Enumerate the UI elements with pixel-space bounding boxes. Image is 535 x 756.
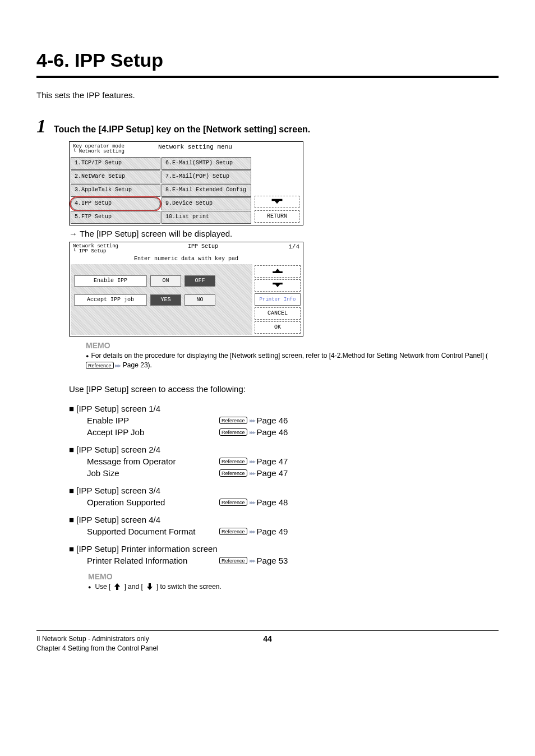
menu-item[interactable]: 2.NetWare Setup <box>71 170 160 183</box>
svg-marker-4 <box>147 583 153 590</box>
panel2-subtitle: Enter numeric data with key pad <box>70 256 303 263</box>
ref-arrow-icon: ▸▸▸ <box>250 417 255 423</box>
group-heading: [IPP Setup] screen 4/4 <box>69 515 499 524</box>
panel2-page-indicator: 1/4 <box>277 244 299 255</box>
enable-ipp-off[interactable]: OFF <box>185 275 215 287</box>
enable-ipp-on[interactable]: ON <box>150 275 181 287</box>
reference-page: Page 47 <box>257 457 288 466</box>
svg-marker-3 <box>114 583 120 590</box>
footer-rule <box>36 630 499 631</box>
reference-label: Message from Operator <box>87 457 219 466</box>
enable-ipp-label: Enable IPP <box>74 275 147 287</box>
memo-heading: MEMO <box>86 341 499 350</box>
reference-row: Job SizeReference▸▸▸ Page 47 <box>69 468 499 478</box>
ref-arrow-icon: ▸▸▸ <box>250 458 255 464</box>
panel1-down-arrow[interactable] <box>255 196 299 208</box>
reference-label: Job Size <box>87 468 219 478</box>
reference-label: Printer Related Information <box>87 556 219 565</box>
reference-badge: Reference <box>219 458 247 465</box>
footer-page-number: 44 <box>263 634 272 643</box>
panel2-breadcrumb2: └ IPP Setup <box>73 249 129 254</box>
reference-label: Accept IPP Job <box>87 427 219 437</box>
ref-arrow-icon: ▸▸▸ <box>250 429 255 435</box>
reference-label: Operation Supported <box>87 497 219 507</box>
result-text: → The [IPP Setup] screen will be display… <box>69 229 499 238</box>
breadcrumb-line2: └ Network setting <box>73 149 124 154</box>
menu-item[interactable]: 9.Device Setup <box>162 197 251 210</box>
memo2-post: ] to switch the screen. <box>156 583 222 591</box>
memo2-heading: MEMO <box>88 572 499 581</box>
reference-label: Enable IPP <box>87 416 219 425</box>
footer-line2: Chapter 4 Setting from the Control Panel <box>36 644 158 653</box>
memo-text-b: Page 23). <box>121 361 152 369</box>
menu-item[interactable]: 10.List print <box>162 211 251 224</box>
ref-arrow-icon: ▸▸▸ <box>250 557 255 564</box>
reference-page: Page 53 <box>257 556 288 565</box>
accept-ipp-yes[interactable]: YES <box>150 294 181 306</box>
reference-badge: Reference <box>219 469 247 477</box>
svg-marker-1 <box>273 269 283 273</box>
memo2-bullet-icon <box>88 583 93 591</box>
reference-badge: Reference <box>219 428 247 436</box>
menu-item[interactable]: 4.IPP Setup <box>71 197 160 210</box>
step-instruction: Touch the [4.IPP Setup] key on the [Netw… <box>54 125 310 135</box>
reference-page: Page 46 <box>257 427 288 437</box>
cancel-button[interactable]: CANCEL <box>255 307 301 320</box>
accept-ipp-no[interactable]: NO <box>185 294 215 306</box>
up-arrow-icon <box>112 582 122 591</box>
section-title: 4-6. IPP Setup <box>36 49 499 71</box>
panel2-up-arrow[interactable] <box>255 265 301 278</box>
reference-row: Operation SupportedReference▸▸▸ Page 48 <box>69 497 499 507</box>
reference-badge: Reference <box>86 362 114 369</box>
ok-button[interactable]: OK <box>255 321 301 334</box>
group-heading: [IPP Setup] screen 3/4 <box>69 486 499 495</box>
group-heading: [IPP Setup] Printer information screen <box>69 544 499 554</box>
use-text: Use [IPP Setup] screen to access the fol… <box>69 384 499 394</box>
reference-page: Page 47 <box>257 468 288 478</box>
svg-marker-0 <box>272 199 283 204</box>
title-rule <box>36 76 499 78</box>
panel2-title: IPP Setup <box>129 244 277 250</box>
reference-label: Supported Document Format <box>87 527 219 536</box>
reference-row: Printer Related InformationReference▸▸▸ … <box>69 556 499 565</box>
group-heading: [IPP Setup] screen 1/4 <box>69 404 499 413</box>
panel1-return-button[interactable]: RETURN <box>255 210 299 223</box>
network-setting-screenshot: Key operator mode └ Network setting Netw… <box>69 141 303 225</box>
panel1-title: Network setting menu <box>124 144 266 155</box>
reference-badge: Reference <box>219 499 247 506</box>
memo2-pre: Use [ <box>95 583 110 591</box>
panel2-down-arrow[interactable] <box>255 279 301 292</box>
group-heading: [IPP Setup] screen 2/4 <box>69 445 499 454</box>
menu-item[interactable]: 5.FTP Setup <box>71 211 160 224</box>
reference-badge: Reference <box>219 417 247 424</box>
reference-row: Supported Document FormatReference▸▸▸ Pa… <box>69 527 499 536</box>
reference-row: Accept IPP JobReference▸▸▸ Page 46 <box>69 427 499 437</box>
ref-arrow-icon: ▸▸▸ <box>250 470 255 476</box>
menu-item[interactable]: 6.E-Mail(SMTP) Setup <box>162 157 251 170</box>
footer-line1: II Network Setup - Administrators only <box>36 634 158 644</box>
ref-arrow-icon: ▸▸▸ <box>115 362 120 370</box>
memo-text-a: For details on the procedure for display… <box>91 352 488 359</box>
reference-badge: Reference <box>219 557 247 564</box>
down-arrow-icon <box>145 582 155 591</box>
menu-item[interactable]: 3.AppleTalk Setup <box>71 184 160 197</box>
svg-marker-2 <box>273 283 283 287</box>
reference-row: Enable IPPReference▸▸▸ Page 46 <box>69 416 499 425</box>
menu-item[interactable]: 8.E-Mail Extended Config <box>162 184 251 197</box>
reference-row: Message from OperatorReference▸▸▸ Page 4… <box>69 457 499 466</box>
menu-item[interactable]: 1.TCP/IP Setup <box>71 157 160 170</box>
intro-text: This sets the IPP features. <box>36 90 499 100</box>
ref-arrow-icon: ▸▸▸ <box>250 528 255 534</box>
accept-ipp-job-label: Accept IPP job <box>74 294 147 306</box>
ipp-setup-screenshot: Network setting └ IPP Setup IPP Setup 1/… <box>69 242 303 336</box>
reference-badge: Reference <box>219 528 247 535</box>
menu-item[interactable]: 7.E-Mail(POP) Setup <box>162 170 251 183</box>
printer-info-button[interactable]: Printer Info <box>255 293 301 306</box>
reference-page: Page 49 <box>257 527 288 536</box>
step-number: 1 <box>36 117 46 136</box>
ref-arrow-icon: ▸▸▸ <box>250 499 255 505</box>
reference-page: Page 48 <box>257 497 288 507</box>
memo2-mid: ] and [ <box>124 583 142 591</box>
reference-page: Page 46 <box>257 416 288 425</box>
